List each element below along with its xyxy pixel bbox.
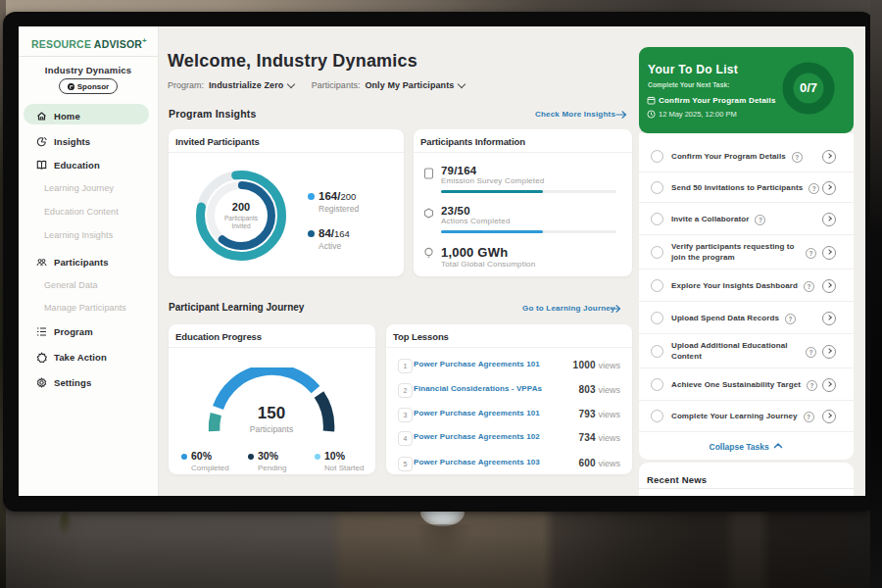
svg-text:Participants: Participants [250,424,293,434]
svg-text:Participants: Participants [224,215,259,222]
svg-text:150: 150 [258,404,285,422]
svg-text:Invited: Invited [231,222,251,229]
svg-text:200: 200 [232,201,250,213]
